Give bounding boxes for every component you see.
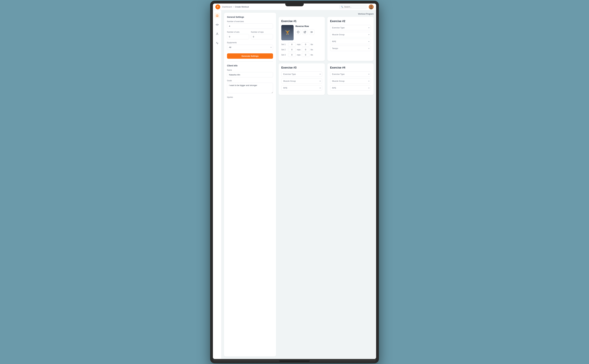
exercise-1-next-btn[interactable] — [309, 29, 314, 35]
equipments-group: Equipments All Barbell Dumbbell Bodyweig… — [227, 42, 273, 50]
set-1-label: Set 1 — [281, 43, 287, 46]
svg-point-2 — [370, 7, 373, 9]
rpe-3-select[interactable]: RPE — [281, 85, 322, 91]
general-settings-title: General Settings — [227, 16, 273, 18]
exercise-card-3: Exercise #3 Exercise Type ▾ Muscle Group — [279, 63, 325, 95]
num-sets-input[interactable] — [227, 34, 249, 39]
rpe-4-select[interactable]: RPE — [330, 85, 371, 91]
laptop-base-ridge — [279, 360, 310, 362]
set-3-label: Set 3 — [281, 54, 287, 56]
workout-program-label: Workout Program — [358, 13, 374, 15]
set-row-2: Set 2 reps lbs — [281, 48, 322, 52]
rpe-4-wrapper: RPE ▾ — [330, 85, 371, 91]
goals-group: Goals I want to be bigger and stronger — [227, 80, 273, 94]
home-icon — [216, 14, 219, 17]
set-2-label: Set 2 — [281, 49, 287, 51]
rpe-3-wrapper: RPE ▾ — [281, 85, 322, 91]
divider-1 — [227, 61, 273, 62]
search-input[interactable] — [344, 6, 365, 8]
equipments-select-wrapper: All Barbell Dumbbell Bodyweight ▾ — [227, 45, 273, 50]
exercise-4-title: Exercise #4 — [330, 66, 371, 69]
exercise-card-1: Exercise #1 Reverse Row — [279, 17, 325, 61]
avatar[interactable] — [369, 4, 374, 9]
goals-textarea[interactable]: I want to be bigger and stronger — [227, 83, 273, 93]
exercise-1-title: Exercise #1 — [281, 20, 322, 23]
exercise-1-image — [281, 25, 294, 40]
exercise-1-sets-table: Set 1 reps lbs Set 2 reps — [281, 42, 322, 57]
goals-label: Goals — [227, 80, 273, 82]
muscle-group-2-wrapper: Muscle Group ▾ — [330, 32, 371, 37]
set-1-reps-unit: reps — [297, 43, 301, 46]
muscle-group-3-wrapper: Muscle Group ▾ — [281, 78, 322, 84]
exercise-1-edit-btn[interactable] — [302, 29, 308, 35]
name-input[interactable] — [227, 72, 273, 78]
client-info-title: Client Info — [227, 64, 273, 67]
set-3-weight-input[interactable] — [302, 53, 309, 57]
exercise-3-title: Exercise #3 — [281, 66, 322, 69]
exercise-type-3-select[interactable]: Exercise Type — [281, 72, 322, 77]
rpe-2-wrapper: RPE ▾ — [330, 39, 371, 44]
sidebar-item-analytics[interactable] — [214, 40, 220, 46]
set-1-reps-input[interactable] — [288, 42, 296, 46]
content-area: General Settings Number of exercises Num… — [222, 10, 376, 359]
muscle-group-3-select[interactable]: Muscle Group — [281, 78, 322, 84]
set-row-1: Set 1 reps lbs — [281, 42, 322, 46]
num-exercises-input[interactable] — [227, 23, 273, 29]
equipments-label: Equipments — [227, 42, 273, 44]
avatar-image — [369, 4, 374, 9]
num-sets-group: Number of sets — [227, 31, 249, 39]
sets-reps-row: Number of sets Number of reps — [227, 31, 273, 42]
num-exercises-group: Number of exercises — [227, 20, 273, 29]
num-reps-input[interactable] — [251, 34, 273, 39]
svg-point-1 — [370, 6, 372, 7]
set-2-reps-input[interactable] — [288, 48, 296, 52]
injuries-group: Injuries — [227, 96, 273, 98]
muscle-group-4-wrapper: Muscle Group ▾ — [330, 78, 371, 84]
workouts-icon — [216, 23, 219, 26]
camera-notch — [285, 4, 304, 6]
set-2-weight-input[interactable] — [302, 48, 309, 52]
edit-icon — [304, 31, 306, 33]
sidebar-item-home[interactable] — [214, 13, 220, 18]
muscle-group-4-select[interactable]: Muscle Group — [330, 78, 371, 84]
exercise-card-2: Exercise #2 Exercise Type ▾ Muscle Group — [327, 17, 374, 61]
logo: F — [215, 4, 220, 9]
laptop-base — [213, 359, 376, 363]
tempo-2-select[interactable]: Tempo — [330, 46, 371, 51]
muscle-group-2-select[interactable]: Muscle Group — [330, 32, 371, 37]
num-reps-group: Number of reps — [251, 31, 273, 39]
sidebar-item-workouts[interactable] — [214, 22, 220, 27]
breadcrumb: Dashboard > Create Workout — [222, 6, 249, 8]
set-row-3: Set 3 reps lbs — [281, 53, 322, 57]
exercise-2-title: Exercise #2 — [330, 20, 371, 23]
search-box[interactable]: 🔍 — [339, 5, 367, 9]
right-panel: Workout Program Exercise #1 Reverse Row — [276, 10, 376, 359]
set-1-weight-input[interactable] — [302, 42, 309, 46]
analytics-icon — [216, 42, 219, 45]
exercise-type-3-wrapper: Exercise Type ▾ — [281, 72, 322, 77]
set-2-reps-unit: reps — [297, 49, 301, 51]
sidebar — [213, 10, 222, 359]
exercise-type-4-select[interactable]: Exercise Type — [330, 72, 371, 77]
exercise-type-2-select[interactable]: Exercise Type — [330, 25, 371, 30]
exercise-1-name: Reverse Row — [295, 25, 314, 27]
exercise-1-name-actions: Reverse Row — [295, 25, 314, 35]
exercise-1-info-btn[interactable] — [295, 29, 301, 35]
info-icon — [297, 31, 299, 33]
main-layout: General Settings Number of exercises Num… — [213, 10, 376, 359]
svg-point-7 — [298, 32, 298, 32]
rpe-2-select[interactable]: RPE — [330, 39, 371, 44]
breadcrumb-home[interactable]: Dashboard — [222, 6, 232, 8]
injuries-label: Injuries — [227, 96, 273, 98]
set-3-reps-input[interactable] — [288, 53, 296, 57]
num-reps-label: Number of reps — [251, 31, 273, 33]
name-label: Name — [227, 69, 273, 71]
set-3-reps-unit: reps — [297, 54, 301, 56]
generate-settings-button[interactable]: Generate Settings — [227, 53, 273, 59]
left-panel: General Settings Number of exercises Num… — [224, 13, 276, 357]
workout-program-header: Workout Program — [279, 13, 374, 15]
equipments-select[interactable]: All Barbell Dumbbell Bodyweight — [227, 45, 273, 50]
num-exercises-label: Number of exercises — [227, 20, 273, 23]
sidebar-item-clients[interactable] — [214, 31, 220, 37]
exercise-1-info-row: Reverse Row — [281, 25, 322, 40]
